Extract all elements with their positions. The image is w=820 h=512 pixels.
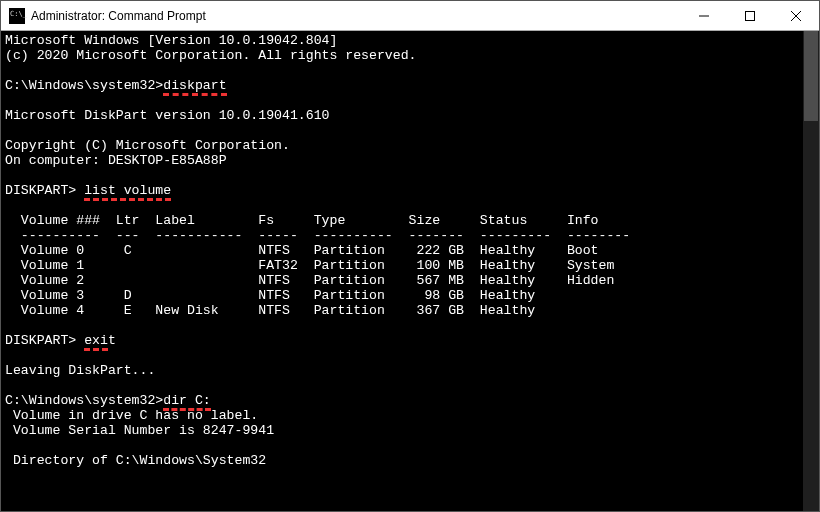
- table-header: Volume ### Ltr Label Fs Type Size Status…: [5, 213, 599, 228]
- table-row: Volume 2 NTFS Partition 567 MB Healthy H…: [5, 273, 614, 288]
- minimize-icon: [699, 11, 709, 21]
- client-area: Microsoft Windows [Version 10.0.19042.80…: [1, 31, 819, 511]
- highlighted-command: dir C:: [163, 393, 210, 408]
- highlighted-command: list volume: [84, 183, 171, 198]
- line: Leaving DiskPart...: [5, 363, 155, 378]
- close-button[interactable]: [773, 1, 819, 31]
- vertical-scrollbar[interactable]: [803, 31, 819, 511]
- highlighted-command: exit: [84, 333, 116, 348]
- line: Microsoft Windows [Version 10.0.19042.80…: [5, 33, 337, 48]
- cmd-icon: [9, 8, 25, 24]
- window-frame: Administrator: Command Prompt Microsoft …: [0, 0, 820, 512]
- maximize-button[interactable]: [727, 1, 773, 31]
- line: Microsoft DiskPart version 10.0.19041.61…: [5, 108, 329, 123]
- line: Volume Serial Number is 8247-9941: [5, 423, 274, 438]
- close-icon: [791, 11, 801, 21]
- terminal-output[interactable]: Microsoft Windows [Version 10.0.19042.80…: [1, 31, 803, 511]
- titlebar[interactable]: Administrator: Command Prompt: [1, 1, 819, 31]
- table-row: Volume 4 E New Disk NTFS Partition 367 G…: [5, 303, 535, 318]
- prompt: C:\Windows\system32>: [5, 393, 163, 408]
- table-row: Volume 0 C NTFS Partition 222 GB Healthy…: [5, 243, 599, 258]
- prompt: DISKPART>: [5, 333, 84, 348]
- line: Directory of C:\Windows\System32: [5, 453, 266, 468]
- line: (c) 2020 Microsoft Corporation. All righ…: [5, 48, 417, 63]
- table-rule: ---------- --- ----------- ----- -------…: [5, 228, 630, 243]
- prompt: DISKPART>: [5, 183, 84, 198]
- maximize-icon: [745, 11, 755, 21]
- table-row: Volume 1 FAT32 Partition 100 MB Healthy …: [5, 258, 614, 273]
- window-title: Administrator: Command Prompt: [31, 9, 206, 23]
- minimize-button[interactable]: [681, 1, 727, 31]
- svg-rect-1: [746, 11, 755, 20]
- table-row: Volume 3 D NTFS Partition 98 GB Healthy: [5, 288, 535, 303]
- line: Volume in drive C has no label.: [5, 408, 258, 423]
- line: On computer: DESKTOP-E85A88P: [5, 153, 227, 168]
- scrollbar-thumb[interactable]: [804, 31, 818, 121]
- line: Copyright (C) Microsoft Corporation.: [5, 138, 290, 153]
- prompt: C:\Windows\system32>: [5, 78, 163, 93]
- highlighted-command: diskpart: [163, 78, 226, 93]
